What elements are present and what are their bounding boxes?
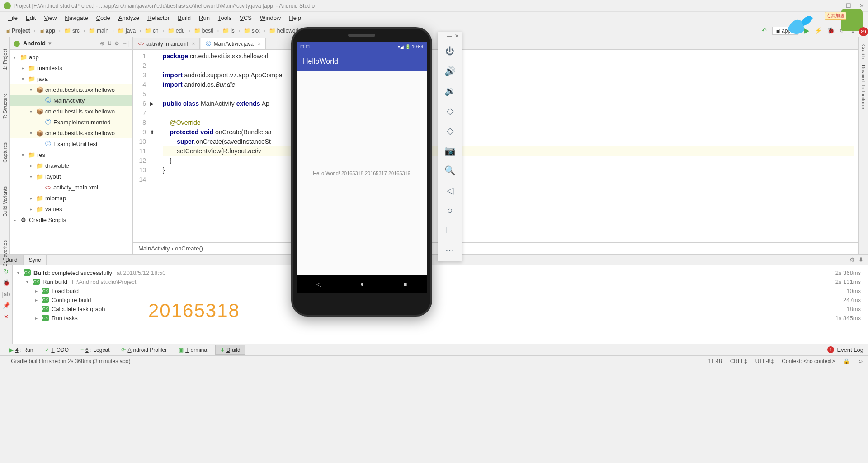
tree-item[interactable]: ⒸExampleUnitTest <box>10 138 132 149</box>
gear-icon[interactable]: ⚙ <box>849 256 855 263</box>
collapse-icon[interactable]: ⇊ <box>107 40 112 47</box>
editor-breadcrumb[interactable]: MainActivity › onCreate() <box>133 242 858 254</box>
menu-vcs[interactable]: VCS <box>236 13 255 23</box>
close-button[interactable]: ✕ <box>859 2 864 9</box>
status-line-ending[interactable]: CRLF‡ <box>730 358 747 364</box>
bottom-tab[interactable]: ⬇Build <box>215 345 245 355</box>
breadcrumb-item[interactable]: 📁 besti <box>192 28 221 34</box>
menu-file[interactable]: File <box>5 13 21 23</box>
build-tab[interactable]: Sync <box>24 255 47 265</box>
left-tab[interactable]: Captures <box>1 140 9 165</box>
tree-item[interactable]: ⒸMainActivity <box>10 95 132 106</box>
breadcrumb-item[interactable]: 📁 cn <box>143 28 166 34</box>
emulator-minimize-icon[interactable]: — <box>447 33 452 39</box>
debug-button[interactable]: 🐞 <box>827 27 835 34</box>
status-context[interactable]: Context: <no context> <box>782 358 835 364</box>
emulator-control-button[interactable]: ◇ <box>441 122 459 140</box>
thunder-bird-icon[interactable] <box>782 10 818 42</box>
build-output[interactable]: 20165318 ▾OKBuild: completed successfull… <box>13 265 868 344</box>
emulator-control-button[interactable]: ◁ <box>441 181 459 199</box>
hide-icon[interactable]: →| <box>122 40 129 47</box>
tree-item[interactable]: ▾📦cn.edu.besti.is.sxx.hellowo <box>10 84 132 95</box>
target-icon[interactable]: ⊕ <box>100 40 104 47</box>
tree-item[interactable]: ▾📁layout <box>10 171 132 182</box>
pin-icon[interactable]: 📌 <box>3 302 10 309</box>
download-icon[interactable]: ⬇ <box>859 256 863 263</box>
build-row[interactable]: ▸OKLoad build10ms <box>15 286 865 295</box>
tree-item[interactable]: ▸⚙Gradle Scripts <box>10 214 132 225</box>
breadcrumb-item[interactable]: 📁 edu <box>166 28 192 34</box>
breadcrumb-item[interactable]: 📁 java <box>116 28 143 34</box>
menu-edit[interactable]: Edit <box>22 13 39 23</box>
accelerate-badge[interactable]: 点我加速 <box>825 12 846 20</box>
tree-item[interactable]: ▸📁manifests <box>10 62 132 73</box>
left-tab[interactable]: 2: Favorites <box>1 237 9 269</box>
clear-icon[interactable]: ✕ <box>4 313 9 320</box>
emulator-control-button[interactable]: ⋯ <box>441 241 459 259</box>
breadcrumb-item[interactable]: ▣ Project <box>4 28 38 34</box>
menu-refactor[interactable]: Refactor <box>144 13 173 23</box>
right-tab[interactable]: Device File Explorer <box>860 62 867 112</box>
bottom-tab[interactable]: ⟳Android Profiler <box>116 345 172 355</box>
tree-item[interactable]: <>activity_main.xml <box>10 182 132 193</box>
build-row[interactable]: ▸OKConfigure build247ms <box>15 295 865 304</box>
left-tab[interactable]: 1: Project <box>1 46 9 72</box>
tree-item[interactable]: ▾📦cn.edu.besti.is.sxx.hellowo <box>10 128 132 138</box>
tree-item[interactable]: ▸📁mipmap <box>10 193 132 203</box>
emulator-control-button[interactable]: 🔊 <box>441 62 459 80</box>
emulator-control-button[interactable]: ☐ <box>441 221 459 239</box>
bottom-tab[interactable]: ✓TODO <box>40 345 74 355</box>
tree-item[interactable]: ⒸExampleInstrumented <box>10 117 132 128</box>
minimize-button[interactable]: — <box>832 2 838 9</box>
left-tab[interactable]: 7: Structure <box>1 90 9 122</box>
tree-item[interactable]: ▾📁res <box>10 149 132 160</box>
editor-tab[interactable]: ⒸMainActivity.java× <box>201 38 266 49</box>
event-log-button[interactable]: Event Log <box>837 346 863 353</box>
tree-item[interactable]: ▸📁values <box>10 203 132 214</box>
breadcrumb-item[interactable]: 📁 main <box>87 28 116 34</box>
emulator-control-button[interactable]: ◇ <box>441 102 459 120</box>
maximize-button[interactable]: ☐ <box>846 2 851 9</box>
code-area[interactable]: package cn.edu.besti.is.sxx.helloworl im… <box>159 50 858 242</box>
emulator-control-button[interactable]: 📷 <box>441 142 459 160</box>
menu-run[interactable]: Run <box>195 13 213 23</box>
nav-back-icon[interactable]: ↶ <box>762 27 767 34</box>
emulator-control-button[interactable]: 🔍 <box>441 161 459 180</box>
emulator-nav-bar[interactable]: ◁●■ <box>297 275 427 293</box>
emulator-control-button[interactable]: ○ <box>441 201 459 219</box>
bottom-tab[interactable]: ≡6: Logcat <box>75 345 114 355</box>
rerun-icon[interactable]: ↻ <box>4 268 9 275</box>
filter-icon[interactable]: 🐞 <box>3 279 10 286</box>
build-row[interactable]: OKCalculate task graph18ms <box>15 304 865 313</box>
tree-item[interactable]: ▾📦cn.edu.besti.is.sxx.hellowo <box>10 106 132 117</box>
right-tab[interactable]: Gradle <box>860 42 867 62</box>
tree-item[interactable]: ▾📁java <box>10 73 132 84</box>
menu-help[interactable]: Help <box>285 13 305 23</box>
status-lock-icon[interactable]: 🔒 <box>843 358 850 364</box>
menu-navigate[interactable]: Navigate <box>61 13 91 23</box>
text-icon[interactable]: |ab <box>2 291 10 298</box>
emulator-control-button[interactable]: ⏻ <box>441 42 459 60</box>
tree-item[interactable]: ▾📁app <box>10 52 132 62</box>
emulator-control-button[interactable]: 🔉 <box>441 82 459 100</box>
menu-tools[interactable]: Tools <box>214 13 235 23</box>
project-view-label[interactable]: Android <box>23 40 46 47</box>
breadcrumb-item[interactable]: 📁 is <box>221 28 242 34</box>
editor-tab[interactable]: <>activity_main.xml× <box>133 38 200 49</box>
status-inspect-icon[interactable]: ☺ <box>858 358 863 364</box>
build-row[interactable]: ▸OKRun tasks1s 845ms <box>15 313 865 322</box>
breadcrumb-item[interactable]: 📁 sxx <box>242 28 267 34</box>
emulator-window[interactable]: ☐ ☐ ▾◢🔋10:53 HelloWorld Hello World! 201… <box>291 27 432 317</box>
breadcrumb-item[interactable]: 📁 src <box>62 28 87 34</box>
menu-build[interactable]: Build <box>174 13 194 23</box>
tree-item[interactable]: ▸📁drawable <box>10 160 132 171</box>
menu-code[interactable]: Code <box>93 13 114 23</box>
left-tab[interactable]: Build Variants <box>1 184 9 219</box>
status-encoding[interactable]: UTF-8‡ <box>755 358 774 364</box>
build-row[interactable]: ▾OKRun buildF:\Andirod studio\Project2s … <box>15 277 865 286</box>
menu-window[interactable]: Window <box>256 13 284 23</box>
bottom-tab[interactable]: ▣Terminal <box>174 345 213 355</box>
breadcrumb-item[interactable]: ▣ app <box>38 28 62 34</box>
build-row[interactable]: ▾OKBuild: completed successfullyat 2018/… <box>15 268 865 277</box>
bottom-tab[interactable]: ▶4: Run <box>5 345 38 355</box>
